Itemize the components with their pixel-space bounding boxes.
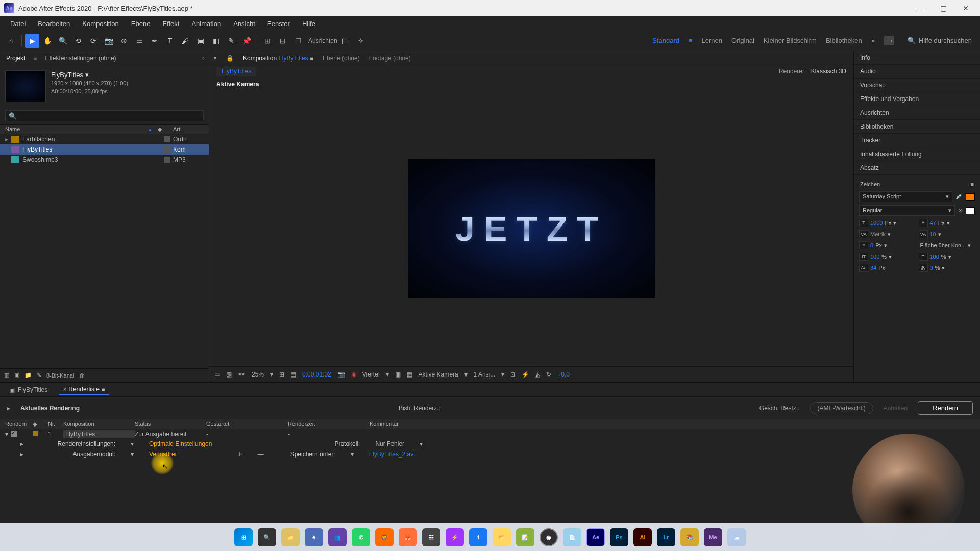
taskbar-lightroom-icon[interactable]: Lr bbox=[657, 528, 675, 546]
composition-frame[interactable]: JETZT bbox=[408, 159, 655, 298]
taskbar-mediaencoder-icon[interactable]: Me bbox=[704, 528, 722, 546]
add-output-icon[interactable]: + bbox=[237, 449, 242, 459]
viewer-lock-icon[interactable]: 🔒 bbox=[226, 55, 234, 62]
label-swatch[interactable] bbox=[164, 157, 170, 163]
puppet-tool-icon[interactable]: 📌 bbox=[239, 34, 254, 48]
views-dropdown[interactable]: 1 Ansi... bbox=[474, 371, 496, 378]
col-gestartet[interactable]: Gestartet bbox=[206, 421, 288, 428]
panel-effekte[interactable]: Effekte und Vorgaben bbox=[854, 92, 980, 106]
new-comp-icon[interactable]: ▣ bbox=[14, 372, 19, 379]
taskbar-start-icon[interactable]: ⊞ bbox=[234, 528, 253, 546]
help-search[interactable]: 🔍 Hilfe durchsuchen bbox=[903, 36, 976, 45]
taskbar-files-icon[interactable]: 📂 bbox=[493, 528, 511, 546]
menu-hilfe[interactable]: Hilfe bbox=[296, 18, 322, 30]
project-row-comp[interactable]: FlyByTitles Kom bbox=[0, 144, 209, 155]
label-swatch[interactable] bbox=[164, 146, 170, 153]
viewer-close-icon[interactable]: × bbox=[213, 55, 217, 62]
baseline-value[interactable]: 34 bbox=[870, 265, 876, 271]
render-checkbox[interactable] bbox=[11, 431, 17, 437]
taskbar-explorer-icon[interactable]: 📁 bbox=[281, 528, 300, 546]
font-family-dropdown[interactable]: Saturday Script▾ bbox=[859, 191, 952, 202]
taskbar-photoshop-icon[interactable]: Ps bbox=[610, 528, 628, 546]
zoom-value[interactable]: 25% bbox=[252, 371, 264, 378]
refresh-icon[interactable]: ↻ bbox=[546, 371, 551, 378]
mag-icon[interactable]: ▭ bbox=[214, 371, 220, 378]
panel-overflow-icon[interactable]: » bbox=[201, 55, 205, 62]
panel-fill[interactable]: Inhaltsbasierte Füllung bbox=[854, 147, 980, 161]
snapshot-icon[interactable]: 📷 bbox=[337, 371, 345, 378]
col-art[interactable]: Art bbox=[173, 126, 204, 133]
expand-output-icon[interactable]: ▸ bbox=[20, 450, 23, 458]
kerning-value[interactable]: Metrik bbox=[870, 231, 886, 237]
adjust-icon[interactable]: ✎ bbox=[37, 372, 41, 379]
ame-queue-button[interactable]: (AME-Warteschl.) bbox=[810, 402, 873, 414]
snap-checkbox[interactable]: ☐ bbox=[291, 34, 305, 48]
font-weight-dropdown[interactable]: Regular▾ bbox=[859, 205, 955, 216]
snap-guides-icon[interactable]: ✧ bbox=[354, 34, 368, 48]
res-icon[interactable]: ▧ bbox=[226, 371, 232, 378]
project-row-audio[interactable]: Swoosh.mp3 MP3 bbox=[0, 155, 209, 165]
taskbar-firefox-icon[interactable]: 🦊 bbox=[399, 528, 417, 546]
menu-ansicht[interactable]: Ansicht bbox=[227, 18, 261, 30]
output-module-link[interactable]: Verlustfrei bbox=[149, 450, 176, 458]
stroke-swatch[interactable] bbox=[966, 207, 975, 214]
tab-footage[interactable]: Footage (ohne) bbox=[369, 55, 411, 62]
camera-tool-icon[interactable]: 📷 bbox=[102, 34, 116, 48]
taskbar-notepad-icon[interactable]: 📄 bbox=[563, 528, 581, 546]
nofill-icon[interactable]: ⊘ bbox=[958, 207, 963, 214]
taskbar-aftereffects-icon[interactable]: Ae bbox=[586, 528, 605, 546]
tab-composition[interactable]: Komposition FlyByTitles ≡ bbox=[243, 55, 313, 62]
stroke-value[interactable]: 0 bbox=[870, 242, 873, 248]
new-folder-icon[interactable]: 📁 bbox=[24, 372, 32, 379]
workspace-panel-icon[interactable]: ▭ bbox=[884, 36, 894, 45]
panel-info[interactable]: Info bbox=[854, 51, 980, 65]
taskbar-brave-icon[interactable]: 🦁 bbox=[375, 528, 394, 546]
col-nr[interactable]: Nr. bbox=[48, 421, 63, 428]
taskbar-facebook-icon[interactable]: f bbox=[469, 528, 487, 546]
render-settings-link[interactable]: Optimale Einstellungen bbox=[149, 440, 212, 447]
comp-breadcrumb[interactable]: FlyByTitles bbox=[216, 67, 256, 76]
interpret-icon[interactable]: ▥ bbox=[4, 372, 9, 379]
project-search-input[interactable]: 🔍 bbox=[5, 110, 204, 121]
taskbar-search-icon[interactable]: 🔍 bbox=[258, 528, 276, 546]
col-sort-icon[interactable]: ▴ bbox=[142, 126, 158, 133]
workspace-standard[interactable]: Standard bbox=[652, 37, 679, 44]
menu-datei[interactable]: Datei bbox=[4, 18, 32, 30]
output-file-link[interactable]: FlyByTitles_2.avi bbox=[369, 450, 415, 458]
workspace-menu-icon[interactable]: ≡ bbox=[689, 37, 693, 44]
selection-tool-icon[interactable]: ▶ bbox=[25, 34, 39, 48]
workspace-kleiner[interactable]: Kleiner Bildschirm bbox=[764, 37, 817, 44]
eyedropper-icon[interactable]: 💉 bbox=[955, 193, 963, 200]
3d-icon[interactable]: ◭ bbox=[535, 371, 540, 378]
col-komposition[interactable]: Komposition bbox=[63, 421, 135, 428]
minimize-button[interactable]: — bbox=[911, 1, 931, 15]
vscale-value[interactable]: 100 bbox=[870, 254, 879, 260]
tab-ebene[interactable]: Ebene (ohne) bbox=[323, 55, 360, 62]
snap-grid-icon[interactable]: ▦ bbox=[338, 34, 353, 48]
pen-tool-icon[interactable]: ✒ bbox=[148, 34, 162, 48]
orbit-tool-icon[interactable]: ⟲ bbox=[71, 34, 85, 48]
panel-bibliotheken[interactable]: Bibliotheken bbox=[854, 120, 980, 134]
taskbar-notes-icon[interactable]: 📝 bbox=[516, 528, 534, 546]
tab-render-list[interactable]: ×Renderliste ≡ bbox=[59, 384, 109, 395]
menu-fenster[interactable]: Fenster bbox=[261, 18, 296, 30]
panel-ausrichten[interactable]: Ausrichten bbox=[854, 106, 980, 120]
col-kommentar[interactable]: Kommentar bbox=[370, 421, 975, 428]
hand-tool-icon[interactable]: ✋ bbox=[40, 34, 55, 48]
glasses-icon[interactable]: 👓 bbox=[238, 371, 246, 378]
tsume-value[interactable]: 0 bbox=[930, 265, 933, 271]
panel-menu-icon[interactable]: ≡ bbox=[971, 181, 974, 187]
snap-anchor-icon[interactable]: ⊞ bbox=[260, 34, 275, 48]
col-status[interactable]: Status bbox=[135, 421, 206, 428]
col-renderzeit[interactable]: Renderzeit bbox=[288, 421, 370, 428]
exposure-value[interactable]: +0,0 bbox=[557, 371, 570, 378]
rotate-tool-icon[interactable]: ⟳ bbox=[86, 34, 101, 48]
zoom-tool-icon[interactable]: 🔍 bbox=[56, 34, 70, 48]
timecode[interactable]: 0:00:01:02 bbox=[302, 371, 331, 378]
taskbar-app-icon[interactable]: ☷ bbox=[422, 528, 440, 546]
mask-icon[interactable]: ▤ bbox=[290, 371, 296, 378]
hscale-value[interactable]: 100 bbox=[930, 254, 939, 260]
panel-audio[interactable]: Audio bbox=[854, 65, 980, 79]
panel-tracker[interactable]: Tracker bbox=[854, 134, 980, 147]
taskbar-obs-icon[interactable]: ◉ bbox=[540, 528, 558, 546]
